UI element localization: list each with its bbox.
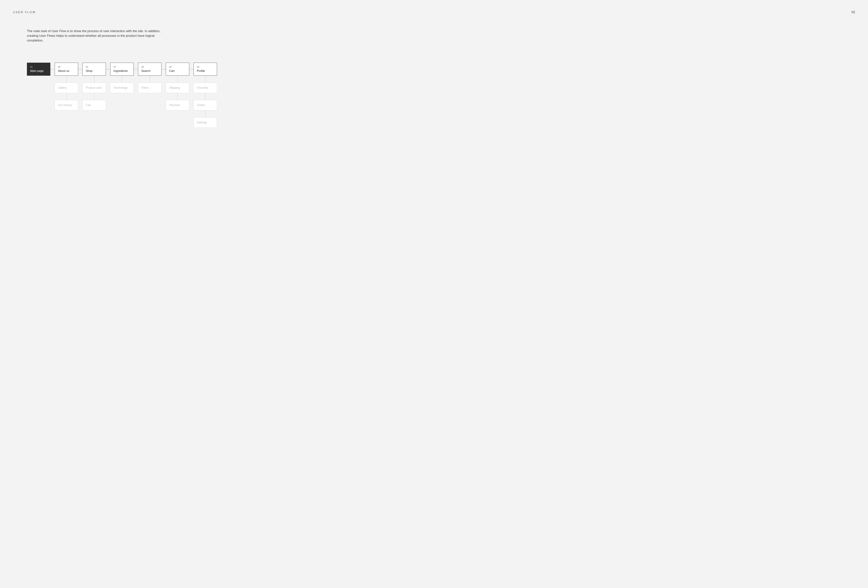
flow-column-ingredients: Technology [110,76,134,128]
flow-node-label: Search [141,69,158,72]
flow-subnode-shipping: Shipping [166,83,189,93]
flow-connector-horizontal [134,63,138,76]
flow-connector-vertical [205,111,205,117]
flow-connector-vertical [94,76,94,83]
flow-subnode-our-history: Our History [55,100,78,111]
flow-node-number: 01 [30,66,47,68]
flow-subnode-cart: Cart [83,100,106,111]
flow-connector-vertical [177,93,178,100]
flow-node-label: Ingredients [114,69,130,72]
flow-node-profile: 04 Profile [193,63,217,76]
flow-subnode-product-card: Product card [83,83,106,93]
flow-node-number: 03 [169,66,186,68]
flow-connector-vertical [94,93,94,100]
flow-connector-horizontal [78,63,83,76]
flow-subnode-payment: Payment [166,100,189,111]
flow-column-shop: Product card Cart [83,76,106,128]
flow-connector-vertical [150,76,150,83]
flow-node-label: Profile [197,69,214,72]
user-flow-diagram: 01 Main page 06 About us 02 Shop 07 Ingr… [27,63,855,128]
description-text: The main task of User Flow is to show th… [27,29,161,43]
flow-connector-horizontal [189,63,193,76]
flow-node-label: Shop [86,69,103,72]
flow-node-number: 07 [114,66,130,68]
flow-node-shop: 02 Shop [83,63,106,76]
section-title: USER FLOW [13,11,36,14]
flow-node-label: About us [58,69,75,72]
flow-node-cart: 03 Cart [166,63,189,76]
flow-node-number: 02 [86,66,103,68]
flow-node-number: 05 [141,66,158,68]
page-number: 02 [852,10,855,14]
flow-connector-vertical [205,76,205,83]
flow-node-main-page: 01 Main page [27,63,50,76]
page-header: USER FLOW 02 [13,10,855,14]
flow-node-number: 04 [197,66,214,68]
flow-subnode-gallery: Gallery [55,83,78,93]
flow-node-number: 06 [58,66,75,68]
flow-sub-columns: Gallery Our History Product card Cart Te… [27,76,855,128]
flow-subnode-technology: Technology [110,83,134,93]
flow-connector-vertical [177,76,178,83]
flow-top-row: 01 Main page 06 About us 02 Shop 07 Ingr… [27,63,855,76]
flow-column-profile: Favorites Orders Settings [193,76,217,128]
flow-connector-horizontal [161,63,166,76]
flow-node-search: 05 Search [138,63,161,76]
flow-connector-horizontal [106,63,110,76]
flow-node-label: Main page [30,69,47,72]
flow-subnode-filters: Filters [138,83,161,93]
flow-subnode-favorites: Favorites [193,83,217,93]
flow-column-search: Filters [138,76,161,128]
flow-column-about-us: Gallery Our History [55,76,78,128]
flow-subnode-settings: Settings [193,117,217,128]
flow-column-cart: Shipping Payment [166,76,189,128]
flow-connector-horizontal [50,63,55,76]
flow-subnode-orders: Orders [193,100,217,111]
flow-connector-vertical [122,76,122,83]
flow-column-spacer-root [27,76,50,128]
flow-node-ingredients: 07 Ingredients [110,63,134,76]
flow-node-label: Cart [169,69,186,72]
flow-node-about-us: 06 About us [55,63,78,76]
flow-connector-vertical [205,93,205,100]
